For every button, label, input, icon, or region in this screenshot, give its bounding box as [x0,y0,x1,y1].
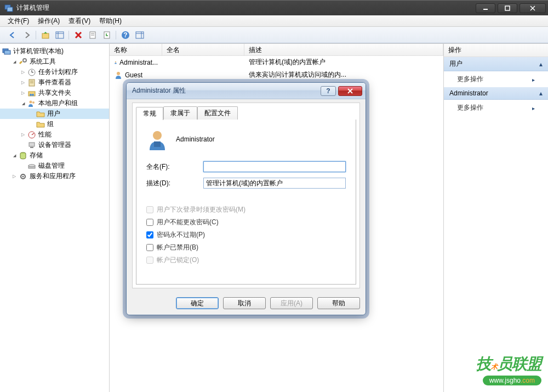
svg-rect-49 [154,141,161,147]
app-icon [4,4,13,13]
help-button[interactable]: ? [119,29,132,42]
checkbox-cannot-change[interactable]: 用户不能更改密码(C) [146,218,346,227]
column-description[interactable]: 描述 [244,44,443,55]
spacer [28,111,35,117]
show-hide-tree-button[interactable] [53,29,66,42]
watermark: 技术员联盟 www.jsgho.com [476,354,541,385]
tree-device-manager[interactable]: 设备管理器 [0,140,109,150]
chevron-right-icon [532,76,535,83]
action-more-admin[interactable]: 更多操作 [444,100,548,116]
dialog-titlebar[interactable]: Administrator 属性 ? [127,83,366,99]
tab-profile[interactable]: 配置文件 [197,106,238,120]
cell-name: Administrat... [119,59,158,66]
up-button[interactable] [39,29,52,42]
spacer [20,142,26,149]
cell-desc: 管理计算机(域)的内置帐户 [244,56,443,68]
list-row[interactable]: Guest 供来宾访问计算机或访问域的内... [110,69,443,81]
checkbox[interactable] [146,219,153,226]
menu-action[interactable]: 操作(A) [33,15,64,27]
tree-label: 系统工具 [30,57,56,66]
tree-system-tools[interactable]: 系统工具 [0,56,109,67]
expander-icon[interactable] [20,69,26,76]
expander-icon[interactable] [11,59,18,65]
checkbox-never-expires[interactable]: 密码永不过期(P) [146,230,346,240]
action-more-users[interactable]: 更多操作 [444,71,548,87]
expander-icon[interactable] [11,173,18,180]
description-input[interactable] [203,178,346,189]
minimize-button[interactable] [476,3,495,13]
user-icon [114,71,123,79]
column-fullname[interactable]: 全名 [162,44,244,55]
action-label: 更多操作 [457,75,483,84]
expander-icon[interactable] [11,152,18,159]
checkbox[interactable] [146,231,153,238]
nav-forward-button[interactable] [20,29,33,42]
tree-services-apps[interactable]: 服务和应用程序 [0,171,109,181]
list-row[interactable]: Administrat... 管理计算机(域)的内置帐户 [110,56,443,69]
tab-memberof[interactable]: 隶属于 [163,106,197,120]
navigation-tree[interactable]: 计算机管理(本地) 系统工具 任务计划程序 事件查看器 共享文件夹 本地用户和组 [0,44,110,392]
expander-icon[interactable] [20,79,26,86]
delete-button[interactable] [72,29,85,42]
fullname-input[interactable] [203,161,346,172]
menu-view[interactable]: 查看(V) [64,15,95,27]
tree-shared-folders[interactable]: 共享文件夹 [0,88,109,98]
username-label: Administrator [176,135,215,143]
tree-local-users-groups[interactable]: 本地用户和组 [0,98,109,109]
tree-users[interactable]: 用户 [0,109,109,119]
tree-label: 组 [47,120,54,129]
tree-root[interactable]: 计算机管理(本地) [0,46,109,56]
actions-pane-button[interactable] [133,29,146,42]
users-icon [27,99,36,108]
column-name[interactable]: 名称 [110,44,162,55]
checkbox-label: 用户不能更改密码(C) [157,218,219,227]
tree-disk-management[interactable]: 磁盘管理 [0,161,109,171]
cancel-button[interactable]: 取消 [223,297,266,309]
checkbox-disabled[interactable]: 帐户已禁用(B) [146,243,346,252]
expander-icon[interactable] [20,90,26,96]
menu-file[interactable]: 文件(F) [3,15,33,27]
tree-label: 服务和应用程序 [30,172,76,181]
tree-label: 本地用户和组 [38,99,78,108]
tree-groups[interactable]: 组 [0,119,109,129]
disk-icon [27,162,36,171]
tree-event-viewer[interactable]: 事件查看器 [0,77,109,88]
tree-label: 任务计划程序 [38,67,78,77]
properties-button[interactable] [86,29,99,42]
dialog-help-button[interactable]: ? [321,86,336,96]
folder-icon [36,110,45,118]
tree-performance[interactable]: 性能 [0,129,109,140]
actions-section-admin[interactable]: Administrator [444,87,548,100]
close-button[interactable] [520,3,546,13]
svg-rect-38 [30,147,33,148]
nav-back-button[interactable] [6,29,19,42]
expander-icon[interactable] [20,132,26,138]
list-header: 名称 全名 描述 [110,44,443,56]
performance-icon [27,130,36,139]
apply-button[interactable]: 应用(A) [270,297,313,309]
dialog-close-button[interactable] [338,86,362,96]
svg-point-32 [32,94,34,96]
svg-point-33 [30,100,32,103]
tree-task-scheduler[interactable]: 任务计划程序 [0,67,109,77]
checkbox[interactable] [146,244,153,251]
tab-general[interactable]: 常规 [136,107,163,120]
refresh-button[interactable] [100,29,113,42]
menubar: 文件(F) 操作(A) 查看(V) 帮助(H) [0,15,548,27]
actions-section-users[interactable]: 用户 [444,57,548,71]
checkbox-label: 帐户已锁定(O) [157,255,199,265]
svg-point-34 [32,101,35,104]
help-button[interactable]: 帮助 [317,297,360,309]
maximize-button[interactable] [498,3,517,13]
device-icon [27,141,36,150]
ok-button[interactable]: 确定 [176,297,219,309]
window-titlebar: 计算机管理 [0,0,548,15]
menu-help[interactable]: 帮助(H) [95,15,126,27]
tree-storage[interactable]: 存储 [0,150,109,161]
expander-icon[interactable] [20,100,26,107]
svg-text:?: ? [123,31,127,39]
cell-fullname [162,61,244,64]
section-label: 用户 [449,59,463,69]
tree-label: 共享文件夹 [38,88,71,98]
svg-point-23 [23,59,26,62]
